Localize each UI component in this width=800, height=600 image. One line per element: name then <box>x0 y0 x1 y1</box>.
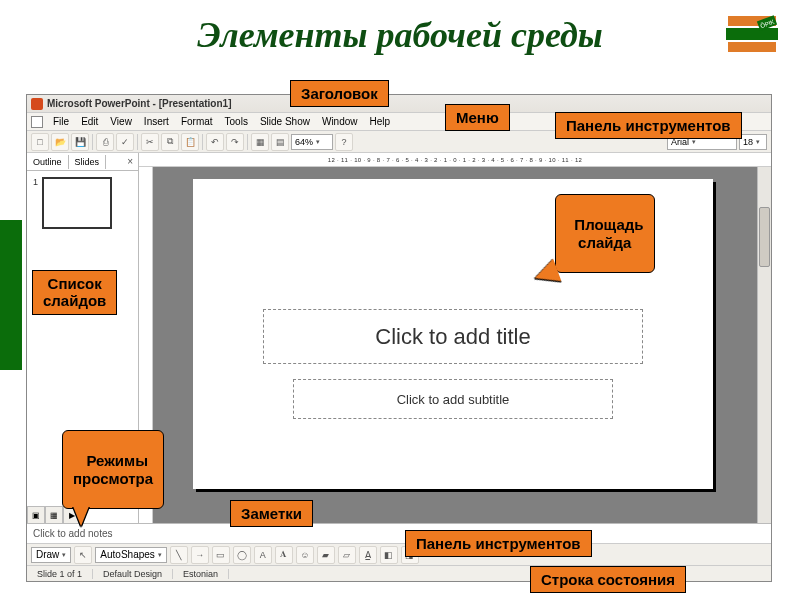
callout-view-modes: Режимы просмотра <box>62 430 164 509</box>
document-icon <box>31 116 43 128</box>
callout-status: Строка состояния <box>530 566 686 593</box>
select-button[interactable]: ↖ <box>74 546 92 564</box>
oval-button[interactable]: ◯ <box>233 546 251 564</box>
vertical-scrollbar[interactable] <box>757 167 771 523</box>
new-button[interactable]: □ <box>31 133 49 151</box>
horizontal-ruler: 12 · 11 · 10 · 9 · 8 · 7 · 6 · 5 · 4 · 3… <box>139 153 771 167</box>
lecture-title: Элементы рабочей среды <box>0 0 800 66</box>
pane-close-button[interactable]: × <box>122 156 138 167</box>
arrow-button[interactable]: → <box>191 546 209 564</box>
slide-number: 1 <box>33 177 38 500</box>
print-button[interactable]: ⎙ <box>96 133 114 151</box>
toolbar-drawing: Draw ↖ AutoShapes ╲ → ▭ ◯ A 𝐀 ☺ ▰ ▱ A̲ ◧… <box>27 543 771 565</box>
help-button[interactable]: ? <box>335 133 353 151</box>
status-lang: Estonian <box>173 569 229 579</box>
window-title: Microsoft PowerPoint - [Presentation1] <box>47 98 231 109</box>
normal-view-button[interactable]: ▣ <box>27 506 45 523</box>
menu-format[interactable]: Format <box>176 116 218 127</box>
open-button[interactable]: 📂 <box>51 133 69 151</box>
scrollbar-thumb[interactable] <box>759 207 770 267</box>
menu-tools[interactable]: Tools <box>220 116 253 127</box>
slide-canvas-area[interactable]: Click to add title Click to add subtitle <box>153 167 771 523</box>
title-placeholder[interactable]: Click to add title <box>263 309 643 364</box>
line-button[interactable]: ╲ <box>170 546 188 564</box>
separator <box>92 134 93 150</box>
slide-thumbnail[interactable] <box>42 177 112 229</box>
redo-button[interactable]: ↷ <box>226 133 244 151</box>
line-color-button[interactable]: ▱ <box>338 546 356 564</box>
status-design: Default Design <box>93 569 173 579</box>
menu-view[interactable]: View <box>105 116 137 127</box>
chart-button[interactable]: ▦ <box>251 133 269 151</box>
tab-slides[interactable]: Slides <box>69 155 107 169</box>
callout-tail-icon <box>73 506 89 526</box>
menu-insert[interactable]: Insert <box>139 116 174 127</box>
notes-placeholder: Click to add notes <box>33 528 113 539</box>
zoom-combo[interactable]: 64% <box>291 134 333 150</box>
callout-toolbar-bottom: Панель инструментов <box>405 530 592 557</box>
rect-button[interactable]: ▭ <box>212 546 230 564</box>
font-size-combo[interactable]: 18 <box>739 134 767 150</box>
callout-slide-list: Список слайдов <box>32 270 117 315</box>
svg-rect-1 <box>726 28 778 40</box>
logo-opik: ÕPIK <box>722 8 782 58</box>
svg-rect-2 <box>728 42 776 52</box>
spell-button[interactable]: ✓ <box>116 133 134 151</box>
shadow-button[interactable]: ◧ <box>380 546 398 564</box>
title-bar: Microsoft PowerPoint - [Presentation1] <box>27 95 771 113</box>
draw-menu[interactable]: Draw <box>31 547 71 563</box>
notes-pane[interactable]: Click to add notes <box>27 523 771 543</box>
callout-title: Заголовок <box>290 80 389 107</box>
tab-outline[interactable]: Outline <box>27 155 69 169</box>
callout-notes: Заметки <box>230 500 313 527</box>
undo-button[interactable]: ↶ <box>206 133 224 151</box>
cut-button[interactable]: ✂ <box>141 133 159 151</box>
editor-area: 12 · 11 · 10 · 9 · 8 · 7 · 6 · 5 · 4 · 3… <box>139 153 771 523</box>
table-button[interactable]: ▤ <box>271 133 289 151</box>
separator <box>247 134 248 150</box>
pane-tabs: Outline Slides × <box>27 153 138 171</box>
status-slide: Slide 1 of 1 <box>27 569 93 579</box>
paste-button[interactable]: 📋 <box>181 133 199 151</box>
autoshapes-menu[interactable]: AutoShapes <box>95 547 167 563</box>
menu-edit[interactable]: Edit <box>76 116 103 127</box>
menu-help[interactable]: Help <box>365 116 396 127</box>
menu-window[interactable]: Window <box>317 116 363 127</box>
font-size-value: 18 <box>743 137 753 147</box>
sorter-view-button[interactable]: ▦ <box>45 506 63 523</box>
callout-slide-area: Площадь слайда <box>555 194 655 273</box>
separator <box>202 134 203 150</box>
zoom-value: 64% <box>295 137 313 147</box>
separator <box>137 134 138 150</box>
wordart-button[interactable]: 𝐀 <box>275 546 293 564</box>
powerpoint-icon <box>31 98 43 110</box>
fill-color-button[interactable]: ▰ <box>317 546 335 564</box>
menu-file[interactable]: File <box>48 116 74 127</box>
clipart-button[interactable]: ☺ <box>296 546 314 564</box>
font-color-button[interactable]: A̲ <box>359 546 377 564</box>
callout-toolbar-top: Панель инструментов <box>555 112 742 139</box>
textbox-button[interactable]: A <box>254 546 272 564</box>
copy-button[interactable]: ⧉ <box>161 133 179 151</box>
decorative-green-bar <box>0 220 22 370</box>
callout-menu: Меню <box>445 104 510 131</box>
subtitle-placeholder[interactable]: Click to add subtitle <box>293 379 613 419</box>
menu-slideshow[interactable]: Slide Show <box>255 116 315 127</box>
save-button[interactable]: 💾 <box>71 133 89 151</box>
